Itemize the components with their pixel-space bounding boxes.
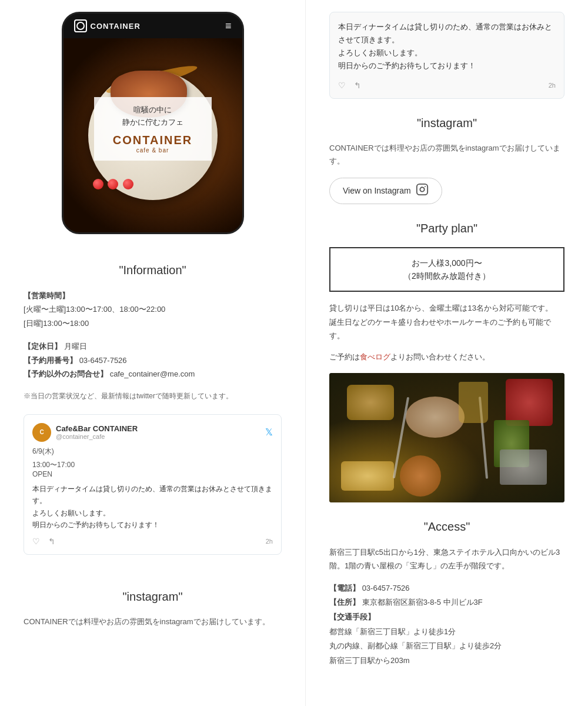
tweet-open-hours: 13:00〜17:00 OPEN <box>32 460 273 478</box>
top-tweet-actions: ♡ ↰ <box>338 81 361 90</box>
hero-background: 喧騒の中に 静かに佇むカフェ CONTAINER cafe & bar <box>64 38 242 232</box>
top-tweet-line1: 本日ディナータイムは貸し切りのため、通常の営業はお休みとさせて頂きます。 <box>338 22 552 44</box>
party-price: お一人様3,000円〜 （2時間飲み放題付き） <box>342 257 552 283</box>
top-tweet-time: 2h <box>549 82 556 89</box>
party-reservation: ご予約は食べログよりお問い合わせください。 <box>329 350 564 364</box>
left-instagram-desc: CONTAINERでは料理やお店の雰囲気をinstagramでお届けしています。 <box>24 615 282 628</box>
tweet-avatar: C <box>32 423 51 442</box>
tomato-2 <box>108 179 118 189</box>
instagram-icon <box>416 183 429 199</box>
party-title: "Party plan" <box>329 222 564 235</box>
like-button[interactable]: ♡ <box>32 537 40 546</box>
view-on-instagram-button[interactable]: View on Instagram <box>329 178 442 204</box>
right-column: 本日ディナータイムは貸し切りのため、通常の営業はお休みとさせて頂きます。 よろし… <box>306 0 588 706</box>
tweet-handle: @container_cafe <box>56 433 138 440</box>
hamburger-icon[interactable]: ≡ <box>225 21 232 31</box>
container-logo-icon <box>74 19 87 32</box>
tomato-1 <box>93 179 103 189</box>
food-spread-item-5 <box>341 461 394 491</box>
top-tweet-line2: よろしくお願いします。 <box>338 48 422 57</box>
top-tweet-line3: 明日からのご予約お待ちしております！ <box>338 61 476 70</box>
hero-overlay: 喧騒の中に 静かに佇むカフェ CONTAINER cafe & bar <box>94 97 212 161</box>
party-desc-line1: 貸し切りは平日は10名から、金曜土曜は13名から対応可能です。 <box>329 304 553 312</box>
party-price-line2: （2時間飲み放題付き） <box>403 271 490 281</box>
tweet-user-info: Cafe&Bar CONTAINER @container_cafe <box>56 424 138 440</box>
food-spread-item-7 <box>500 449 547 485</box>
tabelog-link[interactable]: 食べログ <box>360 352 390 361</box>
hours-block: 【営業時間】 [火曜〜土曜]13:00〜17:00、18:00〜22:00 [日… <box>24 289 282 330</box>
access-transport-label: 【交通手段】 <box>329 612 375 621</box>
access-address-label: 【住所】 <box>329 598 360 607</box>
party-desc-line2: 誕生日などのケーキ盛り合わせやホールケーキのご予約も可能です。 <box>329 318 551 340</box>
brand-name: CONTAINER <box>106 134 200 147</box>
hours-sunday: [日曜]13:00〜18:00 <box>24 319 89 328</box>
top-tweet-footer: ♡ ↰ 2h <box>338 81 556 90</box>
retweet-button[interactable]: ↰ <box>48 537 55 546</box>
tomatoes <box>93 179 136 191</box>
party-price-line1: お一人様3,000円〜 <box>412 258 482 268</box>
phone-mockup: CONTAINER ≡ 喧騒の中に <box>62 12 244 234</box>
tweet-time: 2h <box>266 538 273 545</box>
left-column: CONTAINER ≡ 喧騒の中に <box>0 0 306 706</box>
twitter-icon: 𝕏 <box>265 427 273 438</box>
holiday-block: 【定休日】 月曜日 【予約用番号】 03-6457-7526 【予約以外のお問合… <box>24 339 282 381</box>
tweet-date: 6/9(木) <box>32 447 273 457</box>
party-food-image <box>329 373 564 502</box>
right-instagram-section: "instagram" CONTAINERでは料理やお店の雰囲気をinstagr… <box>329 116 564 204</box>
tweet-header: C Cafe&Bar CONTAINER @container_cafe 𝕏 <box>32 423 273 442</box>
hours-weekday: [火曜〜土曜]13:00〜17:00、18:00〜22:00 <box>24 305 165 314</box>
tweet-actions: ♡ ↰ 2h <box>32 537 273 546</box>
access-desc: 新宿三丁目駅c5出口から1分、東急ステイホテル入口向かいのビル3階。1階の青い屋… <box>329 545 564 573</box>
brand-sub: cafe & bar <box>106 147 200 154</box>
page-layout: CONTAINER ≡ 喧騒の中に <box>0 0 588 706</box>
phone-header: CONTAINER ≡ <box>64 14 242 38</box>
access-transport-line3: 新宿三丁目駅から203m <box>329 656 410 665</box>
access-transport-line2: 丸の内線、副都心線「新宿三丁目駅」より徒歩2分 <box>329 641 502 650</box>
tweet-name: Cafe&Bar CONTAINER <box>56 424 138 433</box>
food-spread-item-6 <box>400 455 441 497</box>
holiday-label: 【定休日】 <box>24 342 62 351</box>
right-instagram-title: "instagram" <box>329 116 564 130</box>
tweet-user: C Cafe&Bar CONTAINER @container_cafe <box>32 423 138 442</box>
hours-label: 【営業時間】 <box>24 291 69 300</box>
holiday-value: 月曜日 <box>64 342 87 351</box>
party-section: "Party plan" お一人様3,000円〜 （2時間飲み放題付き） 貸し切… <box>329 222 564 502</box>
phone-logo: CONTAINER <box>74 19 141 32</box>
tagline-line1: 喧騒の中に <box>133 105 172 114</box>
party-price-box: お一人様3,000円〜 （2時間飲み放題付き） <box>329 247 564 292</box>
tweet-action-left: ♡ ↰ <box>32 537 55 546</box>
right-instagram-desc: CONTAINERでは料理やお店の雰囲気をinstagramでお届けしています。 <box>329 142 564 168</box>
left-instagram-section: "instagram" CONTAINERでは料理やお店の雰囲気をinstagr… <box>0 584 305 646</box>
tagline-line2: 静かに佇むカフェ <box>122 118 183 126</box>
contact-label: 【予約以外のお問合せ】 <box>24 369 108 378</box>
phone-logo-text: CONTAINER <box>91 22 141 31</box>
access-phone-value: 03-6457-7526 <box>362 584 410 592</box>
top-like-button[interactable]: ♡ <box>338 81 346 90</box>
note-text: ※当日の営業状況など、最新情報はtwitterで随時更新しています。 <box>24 390 282 402</box>
instagram-button-label: View on Instagram <box>343 186 411 195</box>
food-spread-visual <box>329 373 564 502</box>
information-section: "Information" 【営業時間】 [火曜〜土曜]13:00〜17:00、… <box>0 246 305 584</box>
access-transport-line1: 都営線「新宿三丁目駅」より徒歩1分 <box>329 627 456 636</box>
food-spread-item-2 <box>406 397 465 438</box>
top-tweet-body: 本日ディナータイムは貸し切りのため、通常の営業はお休みとさせて頂きます。 よろし… <box>338 21 556 72</box>
access-title: "Access" <box>329 520 564 534</box>
party-desc: 貸し切りは平日は10名から、金曜土曜は13名から対応可能です。 誕生日などのケー… <box>329 301 564 342</box>
contact-value: cafe_container@me.com <box>110 369 195 378</box>
food-spread-item-1 <box>347 385 394 420</box>
phone-label: 【予約用番号】 <box>24 356 77 365</box>
access-phone-label: 【電話】 <box>329 584 360 592</box>
tweet-body-line1: 本日ディナータイムは貸し切りのため、通常の営業はお休みとさせて頂きます。 <box>32 485 272 505</box>
tweet-body-line3: 明日からのご予約お待ちしております！ <box>32 521 159 529</box>
tweet-card: C Cafe&Bar CONTAINER @container_cafe 𝕏 6… <box>24 414 282 555</box>
phone-hero: 喧騒の中に 静かに佇むカフェ CONTAINER cafe & bar <box>64 38 242 232</box>
open-status: OPEN <box>32 470 52 478</box>
access-address-value: 東京都新宿区新宿3-8-5 中川ビル3F <box>362 598 483 607</box>
food-spread-item-3 <box>506 379 553 426</box>
access-detail: 【電話】 03-6457-7526 【住所】 東京都新宿区新宿3-8-5 中川ビ… <box>329 581 564 668</box>
tomato-3 <box>123 179 133 189</box>
top-retweet-button[interactable]: ↰ <box>354 81 361 90</box>
tweet-body: 本日ディナータイムは貸し切りのため、通常の営業はお休みとさせて頂きます。 よろし… <box>32 483 273 531</box>
tweet-body-line2: よろしくお願いします。 <box>32 509 110 517</box>
tagline: 喧騒の中に 静かに佇むカフェ <box>106 104 200 129</box>
